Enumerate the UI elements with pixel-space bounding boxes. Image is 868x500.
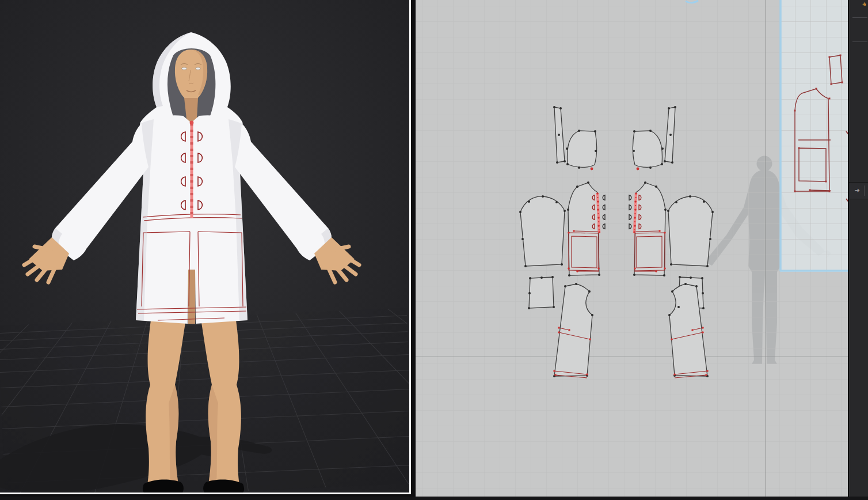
piece-sleeve-right[interactable] — [668, 196, 713, 266]
grid — [416, 0, 848, 497]
viewport-3d-canvas[interactable] — [0, 0, 409, 493]
right-eye — [196, 67, 201, 70]
collapsed-subwindow-header: ➜ — [849, 182, 868, 199]
viewport-2d-canvas[interactable] — [416, 0, 848, 497]
chevron-double-collapse-icon[interactable]: » — [858, 0, 868, 10]
sidebar-inner-edge — [850, 0, 850, 500]
arrow-expand-icon[interactable]: ➜ — [852, 186, 862, 195]
panel-separator — [852, 41, 867, 42]
left-eye — [182, 67, 187, 70]
piece-pocket-left[interactable] — [529, 277, 554, 308]
window-bottom-strip — [0, 497, 868, 500]
piece-sleeve-left[interactable] — [520, 196, 565, 266]
viewport-3d[interactable] — [0, 0, 411, 494]
header-divider — [864, 185, 865, 196]
viewport-2d[interactable] — [416, 0, 848, 497]
right-sidebar: » ➜ — [848, 0, 868, 500]
panel-separator — [852, 17, 867, 18]
center-front-selected-edge[interactable] — [190, 121, 194, 218]
